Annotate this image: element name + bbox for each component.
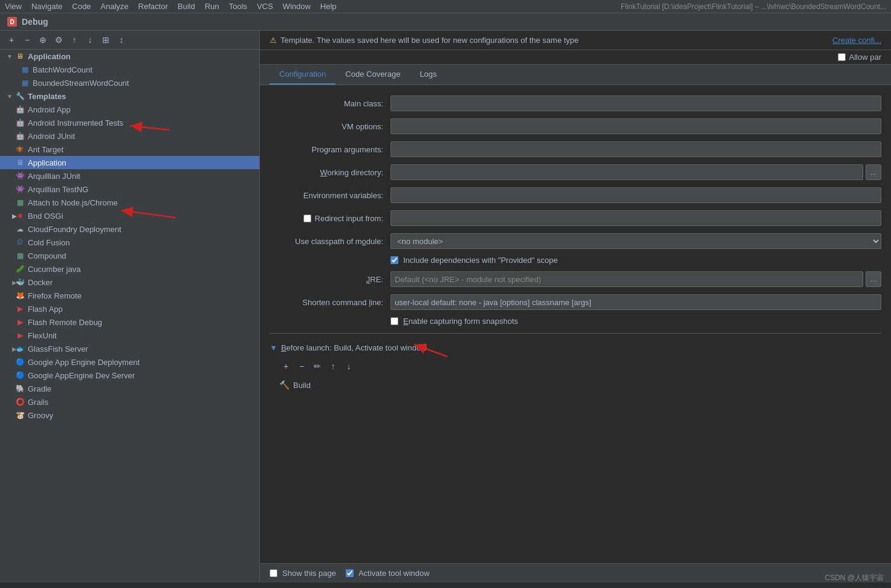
activate-tool-window-label[interactable]: Activate tool window	[358, 569, 430, 578]
sidebar-item-gradle[interactable]: 🐘 Gradle	[0, 382, 259, 395]
sidebar-item-arquillian-testng[interactable]: 👾 Arquillian TestNG	[0, 183, 259, 196]
sidebar-item-application[interactable]: 🖥 Application	[0, 156, 259, 169]
menu-code[interactable]: Code	[72, 2, 91, 11]
move-down-button[interactable]: ↓	[83, 33, 97, 47]
allow-par-label[interactable]: Allow par	[849, 53, 881, 62]
sidebar-item-flexunit[interactable]: ▶ FlexUnit	[0, 329, 259, 342]
activate-tool-window-checkbox[interactable]	[346, 569, 354, 577]
create-config-link[interactable]: Create confi...	[832, 36, 881, 45]
menu-run[interactable]: Run	[205, 2, 219, 11]
wrench-icon: 🔧	[15, 91, 25, 101]
sidebar-item-attach-nodejs[interactable]: ▦ Attach to Node.js/Chrome	[0, 196, 259, 209]
before-launch-down[interactable]: ↓	[342, 360, 355, 373]
before-launch-up[interactable]: ↑	[326, 360, 340, 373]
remove-config-button[interactable]: −	[21, 33, 34, 47]
menu-help[interactable]: Help	[320, 2, 337, 11]
tab-configuration[interactable]: Configuration	[270, 65, 335, 85]
show-this-page-row: Show this page	[270, 569, 336, 578]
show-this-page-label[interactable]: Show this page	[282, 569, 336, 578]
before-launch-edit[interactable]: ✏	[311, 360, 324, 373]
sidebar-item-application-root[interactable]: ▼ 🖥 Application	[0, 50, 259, 63]
menu-window[interactable]: Window	[283, 2, 311, 11]
working-directory-input[interactable]	[390, 164, 863, 180]
build-label: Build	[293, 381, 311, 390]
menu-refactor[interactable]: Refactor	[138, 2, 168, 11]
use-classpath-label: Use classpath of module:	[270, 237, 390, 246]
sidebar-item-google-appengine-dev[interactable]: 🔵 Google AppEngine Dev Server	[0, 369, 259, 382]
working-directory-group: …	[390, 164, 881, 180]
settings-config-button[interactable]: ⚙	[52, 33, 65, 47]
sidebar-item-docker[interactable]: ▶ 🐳 Docker	[0, 276, 259, 289]
expand-button[interactable]: ↕	[115, 33, 128, 47]
sidebar-item-ant-target[interactable]: 🕷 Ant Target	[0, 143, 259, 156]
include-dependencies-label[interactable]: Include dependencies with "Provided" sco…	[403, 256, 558, 265]
sidebar-item-cloudfoundry[interactable]: ☁ CloudFoundry Deployment	[0, 222, 259, 236]
sidebar-item-batch-word-count[interactable]: ▦ BatchWordCount	[0, 63, 259, 76]
menu-vcs[interactable]: VCS	[257, 2, 273, 11]
cucumber-icon: 🥒	[15, 264, 25, 274]
sidebar-item-firefox-remote[interactable]: 🦊 Firefox Remote	[0, 289, 259, 302]
menu-view[interactable]: View	[5, 2, 22, 11]
sidebar-label-arquillian-junit: Arquillian JUnit	[28, 172, 80, 181]
sidebar-item-compound[interactable]: ▦ Compound	[0, 249, 259, 262]
bottom-bar: Show this page Activate tool window	[260, 563, 891, 583]
before-launch-remove[interactable]: −	[295, 360, 308, 373]
copy-config-button[interactable]: ⊕	[36, 33, 50, 47]
sidebar-item-cold-fusion[interactable]: © Cold Fusion	[0, 236, 259, 249]
menu-tools[interactable]: Tools	[229, 2, 247, 11]
show-this-page-checkbox[interactable]	[270, 569, 277, 577]
sidebar-item-templates[interactable]: ▼ 🔧 Templates	[0, 89, 259, 103]
sort-button[interactable]: ⊞	[99, 33, 112, 47]
google-appengine-dev-icon: 🔵	[15, 370, 25, 380]
sidebar-item-flash-app[interactable]: ▶ Flash App	[0, 302, 259, 315]
jre-input[interactable]	[390, 271, 863, 287]
before-launch-add[interactable]: +	[279, 360, 293, 373]
redirect-checkbox[interactable]	[303, 215, 311, 222]
main-class-label: Main class:	[270, 99, 390, 108]
before-launch-header[interactable]: ▼ Before launch: Build, Activate tool wi…	[270, 341, 881, 355]
module-select[interactable]: <no module>	[390, 233, 881, 249]
program-arguments-input[interactable]	[390, 141, 881, 157]
sidebar-item-android-app[interactable]: 🤖 Android App	[0, 103, 259, 116]
environment-variables-input[interactable]	[390, 187, 881, 203]
sidebar-item-android-instrumented[interactable]: 🤖 Android Instrumented Tests	[0, 116, 259, 129]
tab-logs[interactable]: Logs	[410, 65, 446, 85]
sidebar-item-arquillian-junit[interactable]: 👾 Arquillian JUnit	[0, 169, 259, 183]
tabs-bar: Configuration Code Coverage Logs	[260, 65, 891, 85]
sidebar-label-batch-word-count: BatchWordCount	[33, 65, 92, 74]
nodejs-icon: ▦	[15, 198, 25, 207]
menu-build[interactable]: Build	[178, 2, 195, 11]
vm-options-input[interactable]	[390, 118, 881, 134]
sidebar-toolbar: + − ⊕ ⚙ ↑ ↓ ⊞ ↕	[0, 31, 259, 50]
menu-analyze[interactable]: Analyze	[100, 2, 128, 11]
warning-text: Template. The values saved here will be …	[280, 36, 578, 45]
sidebar-item-flash-remote-debug[interactable]: ▶ Flash Remote Debug	[0, 315, 259, 329]
move-up-button[interactable]: ↑	[68, 33, 81, 47]
sidebar-item-cucumber-java[interactable]: 🥒 Cucumber java	[0, 262, 259, 276]
sidebar-item-bounded-stream[interactable]: ▦ BoundedStreamWordCount	[0, 76, 259, 89]
enable-snapshots-label[interactable]: Enable capturing form snapshots	[403, 317, 518, 326]
sidebar-label-cold-fusion: Cold Fusion	[28, 238, 70, 247]
enable-snapshots-checkbox[interactable]	[390, 317, 398, 325]
shorten-command-input[interactable]	[390, 294, 881, 310]
sidebar-item-bnd-osgi[interactable]: ▶ ■ Bnd OSGi	[0, 209, 259, 222]
title-bar: D Debug	[0, 13, 891, 31]
add-config-button[interactable]: +	[5, 33, 18, 47]
redirect-label[interactable]: Redirect input from:	[315, 214, 383, 223]
working-directory-browse[interactable]: …	[866, 164, 881, 180]
sidebar-item-glassfish[interactable]: ▶ 🐟 GlassFish Server	[0, 342, 259, 355]
main-class-input[interactable]	[390, 95, 881, 111]
allow-par-checkbox[interactable]	[838, 53, 846, 61]
sidebar-item-groovy[interactable]: 🐮 Groovy	[0, 409, 259, 422]
include-dependencies-checkbox[interactable]	[390, 256, 398, 264]
menu-bar: View Navigate Code Analyze Refactor Buil…	[0, 0, 891, 13]
sidebar-item-android-junit[interactable]: 🤖 Android JUnit	[0, 129, 259, 143]
tab-code-coverage[interactable]: Code Coverage	[335, 65, 410, 85]
coldfusion-icon: ©	[15, 237, 25, 247]
redirect-input[interactable]	[390, 210, 881, 226]
sidebar-item-grails[interactable]: ⭕ Grails	[0, 395, 259, 409]
jre-browse[interactable]: …	[866, 271, 881, 287]
app-icon-bounded: ▦	[19, 78, 30, 88]
sidebar-item-google-app-engine[interactable]: 🔵 Google App Engine Deployment	[0, 355, 259, 369]
menu-navigate[interactable]: Navigate	[31, 2, 62, 11]
